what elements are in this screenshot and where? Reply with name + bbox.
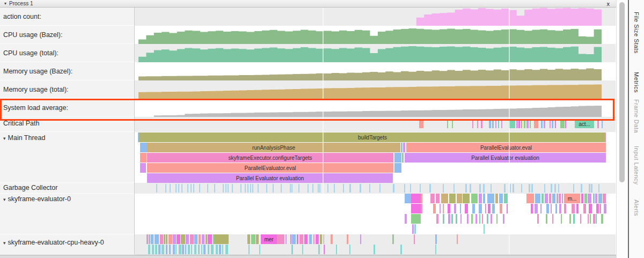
trace-slice[interactable] xyxy=(360,184,361,193)
trace-slice[interactable] xyxy=(457,234,458,244)
trace-slice[interactable] xyxy=(331,234,333,244)
trace-slice[interactable] xyxy=(281,184,282,193)
trace-slice[interactable] xyxy=(540,204,541,213)
trace-slice[interactable] xyxy=(291,184,292,193)
trace-slice-labeled[interactable]: act... xyxy=(575,120,594,128)
trace-slice[interactable] xyxy=(405,214,407,224)
trace-slice[interactable] xyxy=(164,234,165,244)
trace-slice[interactable] xyxy=(219,245,221,254)
trace-slice-labeled[interactable]: ParallelEvaluator.eval xyxy=(147,163,393,173)
mem-total-track[interactable] xyxy=(135,80,616,99)
trace-slice[interactable] xyxy=(312,184,313,193)
trace-slice[interactable] xyxy=(177,234,180,244)
trace-slice[interactable] xyxy=(414,234,415,244)
trace-slice[interactable] xyxy=(492,204,495,213)
trace-slice[interactable] xyxy=(140,153,147,163)
trace-slice[interactable] xyxy=(491,214,492,224)
trace-slice[interactable] xyxy=(552,194,555,203)
trace-slice[interactable] xyxy=(452,120,453,128)
gc-track[interactable] xyxy=(135,183,616,194)
trace-slice[interactable] xyxy=(199,184,200,193)
trace-slice[interactable] xyxy=(214,234,229,244)
trace-slice[interactable] xyxy=(411,204,421,213)
trace-slice[interactable] xyxy=(193,184,194,193)
trace-slice[interactable] xyxy=(448,204,450,213)
trace-slice[interactable] xyxy=(565,120,566,128)
trace-slice[interactable] xyxy=(472,120,473,128)
tab-alerts[interactable]: Alerts xyxy=(633,200,640,216)
trace-slice[interactable] xyxy=(591,184,592,193)
trace-slice[interactable] xyxy=(552,214,554,224)
trace-slice[interactable] xyxy=(223,184,224,193)
trace-slice[interactable] xyxy=(182,245,184,254)
trace-slice[interactable] xyxy=(245,184,246,193)
trace-slice[interactable] xyxy=(420,184,421,193)
trace-slice[interactable] xyxy=(410,184,411,193)
horizontal-scrollbar[interactable] xyxy=(0,255,616,258)
main-thread-flame[interactable]: buildTargets runAnalysisPhaseParallelEva… xyxy=(135,132,616,183)
trace-slice[interactable] xyxy=(188,245,190,254)
trace-slice[interactable] xyxy=(479,214,480,224)
trace-slice[interactable] xyxy=(595,194,597,203)
trace-slice[interactable] xyxy=(299,234,303,244)
trace-slice[interactable] xyxy=(225,184,226,193)
trace-slice[interactable] xyxy=(302,245,303,254)
trace-slice[interactable] xyxy=(175,184,177,193)
trace-slice[interactable] xyxy=(483,184,485,193)
trace-slice[interactable] xyxy=(162,245,164,254)
trace-slice[interactable] xyxy=(258,184,259,193)
trace-slice[interactable] xyxy=(465,184,467,193)
trace-slice[interactable] xyxy=(489,120,491,128)
trace-slice[interactable] xyxy=(140,143,147,152)
collapse-triangle-icon[interactable]: ▾ xyxy=(3,136,6,141)
trace-slice[interactable] xyxy=(537,214,539,224)
trace-slice[interactable] xyxy=(561,214,562,224)
trace-slice[interactable] xyxy=(597,120,599,128)
timeline-area[interactable]: act... buildTargets runAnalysisPhasePara… xyxy=(135,8,616,254)
trace-slice[interactable] xyxy=(560,120,565,128)
trace-slice[interactable] xyxy=(598,184,599,193)
trace-slice[interactable] xyxy=(491,184,492,193)
trace-slice[interactable] xyxy=(551,184,552,193)
trace-slice[interactable] xyxy=(488,204,491,213)
trace-slice[interactable] xyxy=(551,204,552,213)
trace-slice[interactable] xyxy=(316,234,319,244)
trace-slice[interactable] xyxy=(448,214,450,224)
trace-slice[interactable] xyxy=(604,204,606,213)
trace-slice[interactable] xyxy=(603,194,606,203)
trace-slice[interactable] xyxy=(178,184,179,193)
trace-slice[interactable] xyxy=(309,234,312,244)
trace-slice[interactable] xyxy=(140,163,146,173)
trace-slice[interactable] xyxy=(529,184,530,193)
trace-slice[interactable] xyxy=(421,194,422,203)
trace-slice[interactable] xyxy=(545,194,548,203)
trace-slice[interactable] xyxy=(564,204,566,213)
evaluator0-flame[interactable]: m... xyxy=(135,194,616,234)
trace-slice[interactable] xyxy=(495,194,498,203)
trace-slice[interactable] xyxy=(546,204,549,213)
trace-slice[interactable] xyxy=(149,234,150,244)
trace-slice[interactable] xyxy=(443,184,444,193)
trace-slice[interactable] xyxy=(555,204,557,213)
trace-slice[interactable] xyxy=(225,245,228,254)
trace-slice[interactable] xyxy=(534,120,538,128)
trace-slice[interactable] xyxy=(194,234,197,244)
trace-slice-labeled[interactable]: ParallelEvaluator.eval xyxy=(406,143,606,152)
trace-slice[interactable] xyxy=(513,184,514,193)
trace-slice[interactable] xyxy=(165,184,166,193)
trace-slice[interactable] xyxy=(166,234,167,244)
trace-slice[interactable] xyxy=(573,184,575,193)
trace-slice[interactable] xyxy=(411,214,421,224)
trace-slice[interactable] xyxy=(454,204,456,213)
trace-slice[interactable] xyxy=(524,120,525,128)
trace-slice[interactable] xyxy=(552,120,553,128)
trace-slice[interactable] xyxy=(589,204,592,213)
trace-slice[interactable] xyxy=(379,184,380,193)
trace-slice[interactable] xyxy=(297,234,298,244)
trace-slice[interactable] xyxy=(482,214,483,224)
trace-slice[interactable] xyxy=(593,194,595,203)
trace-slice[interactable] xyxy=(160,234,163,244)
trace-slice[interactable] xyxy=(155,234,159,244)
trace-slice[interactable] xyxy=(392,234,394,244)
action-count-track[interactable] xyxy=(135,8,616,26)
